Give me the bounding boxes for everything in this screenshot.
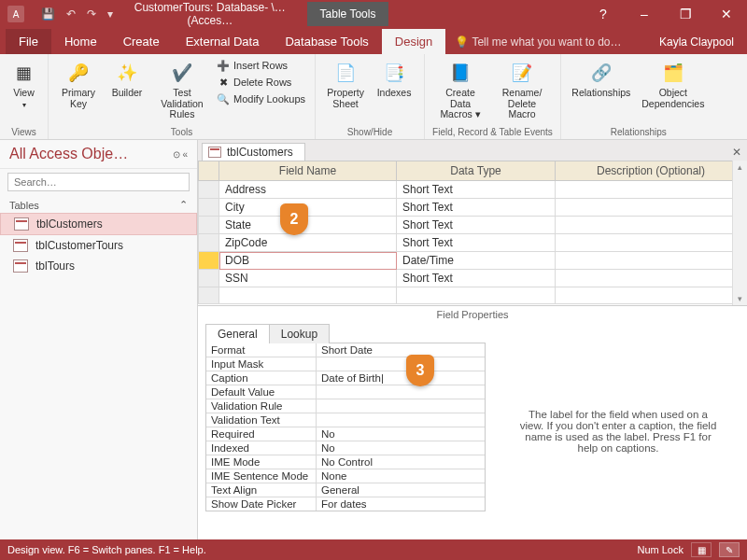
- chevron-down-icon: ▾: [22, 101, 26, 109]
- qat-undo-icon[interactable]: ↶: [66, 7, 76, 21]
- callout-badge-3: 3: [406, 355, 434, 386]
- title-bar: A 💾 ↶ ↷ ▾ CustomerTours: Database- \… (A…: [0, 0, 747, 28]
- navigation-pane: All Access Obje… ⊙ « Tables⌃ tblCustomer…: [0, 140, 198, 539]
- field-row[interactable]: SSNShort Text: [199, 270, 747, 287]
- key-icon: 🔑: [65, 60, 92, 86]
- property-row[interactable]: Validation Text: [206, 413, 485, 427]
- field-row[interactable]: ZipCodeShort Text: [199, 234, 747, 252]
- property-sheet-button[interactable]: 📄Property Sheet: [323, 58, 368, 111]
- window-title: CustomerTours: Database- \… (Acces…: [113, 1, 307, 27]
- property-row[interactable]: IndexedNo: [206, 441, 485, 455]
- field-row[interactable]: AddressShort Text: [199, 181, 747, 199]
- macro-icon: 📘: [447, 60, 473, 86]
- minimize-button[interactable]: –: [624, 0, 665, 28]
- app-icon: A: [7, 6, 24, 22]
- table-icon: [14, 217, 29, 231]
- nav-search-input[interactable]: [7, 173, 190, 191]
- tab-file[interactable]: File: [6, 29, 51, 54]
- field-row[interactable]: DOBDate/Time: [199, 252, 747, 270]
- modify-lookups-button[interactable]: 🔍Modify Lookups: [215, 91, 307, 106]
- document-tab[interactable]: tblCustomers: [202, 143, 305, 161]
- tab-database-tools[interactable]: Database Tools: [272, 29, 381, 54]
- field-design-grid[interactable]: Field Name Data Type Description (Option…: [198, 161, 747, 304]
- contextual-tab-group: Table Tools: [307, 2, 389, 26]
- property-row[interactable]: IME Sentence ModeNone: [206, 469, 485, 483]
- relationships-button[interactable]: 🔗Relationships: [569, 58, 634, 101]
- check-icon: ✔️: [169, 60, 195, 86]
- maximize-button[interactable]: ❐: [665, 0, 706, 28]
- property-help-text: The label for the field when used on a v…: [497, 323, 740, 539]
- relationships-icon: 🔗: [588, 60, 614, 86]
- create-data-macros-button[interactable]: 📘Create Data Macros ▾: [432, 58, 488, 122]
- property-row[interactable]: Validation Rule: [206, 399, 485, 413]
- rename-delete-macro-button[interactable]: 📝Rename/ Delete Macro: [492, 58, 552, 122]
- index-icon: 📑: [381, 60, 407, 86]
- status-bar: Design view. F6 = Switch panes. F1 = Hel…: [0, 539, 747, 560]
- qat-redo-icon[interactable]: ↷: [87, 7, 96, 21]
- property-row[interactable]: Input Mask: [206, 357, 485, 371]
- table-icon: [13, 259, 28, 273]
- builder-button[interactable]: ✨Builder: [105, 58, 149, 101]
- property-row[interactable]: Default Value: [206, 385, 485, 399]
- primary-key-button[interactable]: 🔑Primary Key: [56, 58, 101, 111]
- property-row[interactable]: Show Date PickerFor dates: [206, 497, 485, 511]
- table-icon: [13, 239, 28, 252]
- property-row[interactable]: IME ModeNo Control: [206, 455, 485, 469]
- col-description[interactable]: Description (Optional): [556, 161, 747, 181]
- lookup-icon: 🔍: [217, 92, 230, 105]
- sheet-icon: 📄: [332, 60, 359, 86]
- document-area: tblCustomers ✕ Field Name Data Type Desc…: [198, 140, 747, 539]
- test-validation-button[interactable]: ✔️Test Validation Rules: [153, 58, 211, 122]
- document-close-button[interactable]: ✕: [726, 144, 747, 161]
- tab-design[interactable]: Design: [382, 29, 445, 54]
- nav-collapse-icon[interactable]: ⊙ «: [173, 149, 188, 160]
- ribbon: ▦ View ▾ Views 🔑Primary Key ✨Builder ✔️T…: [0, 54, 747, 140]
- wand-icon: ✨: [114, 60, 140, 86]
- tab-create[interactable]: Create: [110, 29, 173, 54]
- nav-item-tblCustomers[interactable]: tblCustomers: [0, 213, 197, 235]
- grid-scrollbar[interactable]: ▴▾: [732, 161, 747, 305]
- col-field-name[interactable]: Field Name: [219, 161, 397, 181]
- property-row[interactable]: FormatShort Date: [206, 343, 485, 357]
- rename-icon: 📝: [509, 60, 535, 86]
- property-row[interactable]: CaptionDate of Birth|: [206, 371, 485, 385]
- indexes-button[interactable]: 📑Indexes: [372, 58, 416, 101]
- tell-me-search[interactable]: 💡 Tell me what you want to do…: [445, 30, 646, 54]
- delete-rows-button[interactable]: ✖Delete Rows: [215, 75, 307, 90]
- grid-icon: ▦: [11, 60, 37, 86]
- tab-home[interactable]: Home: [51, 29, 110, 54]
- ribbon-tab-strip: File Home Create External Data Database …: [0, 28, 747, 54]
- insert-row-icon: ➕: [217, 59, 230, 72]
- callout-badge-2: 2: [280, 203, 308, 235]
- close-button[interactable]: ✕: [706, 0, 747, 28]
- table-icon: [208, 147, 221, 158]
- view-button[interactable]: ▦ View ▾: [7, 58, 40, 111]
- property-row[interactable]: Text AlignGeneral: [206, 483, 485, 497]
- prop-tab-lookup[interactable]: Lookup: [269, 324, 330, 343]
- status-numlock: Num Lock: [637, 544, 684, 555]
- chevron-up-icon: ⌃: [179, 199, 188, 211]
- nav-pane-title[interactable]: All Access Obje…: [9, 146, 128, 162]
- property-grid[interactable]: FormatShort DateInput MaskCaptionDate of…: [205, 343, 486, 511]
- help-button[interactable]: ?: [583, 0, 624, 28]
- prop-tab-general[interactable]: General: [205, 324, 270, 343]
- view-design-button[interactable]: ✎: [719, 542, 740, 557]
- field-properties-label: Field Properties: [198, 306, 747, 323]
- nav-group-header[interactable]: Tables⌃: [0, 195, 197, 213]
- nav-item-tblTours[interactable]: tblTours: [0, 256, 197, 276]
- view-datasheet-button[interactable]: ▦: [691, 542, 712, 557]
- account-name[interactable]: Kayla Claypool: [646, 30, 747, 54]
- object-dependencies-button[interactable]: 🗂️Object Dependencies: [638, 58, 709, 111]
- insert-rows-button[interactable]: ➕Insert Rows: [215, 58, 307, 73]
- property-row[interactable]: RequiredNo: [206, 427, 485, 441]
- col-data-type[interactable]: Data Type: [397, 161, 556, 181]
- delete-row-icon: ✖: [217, 76, 230, 89]
- tab-external-data[interactable]: External Data: [173, 29, 273, 54]
- dependencies-icon: 🗂️: [660, 60, 686, 86]
- qat-save-icon[interactable]: 💾: [41, 7, 55, 21]
- status-text: Design view. F6 = Switch panes. F1 = Hel…: [7, 544, 206, 555]
- nav-item-tblCustomerTours[interactable]: tblCustomerTours: [0, 235, 197, 256]
